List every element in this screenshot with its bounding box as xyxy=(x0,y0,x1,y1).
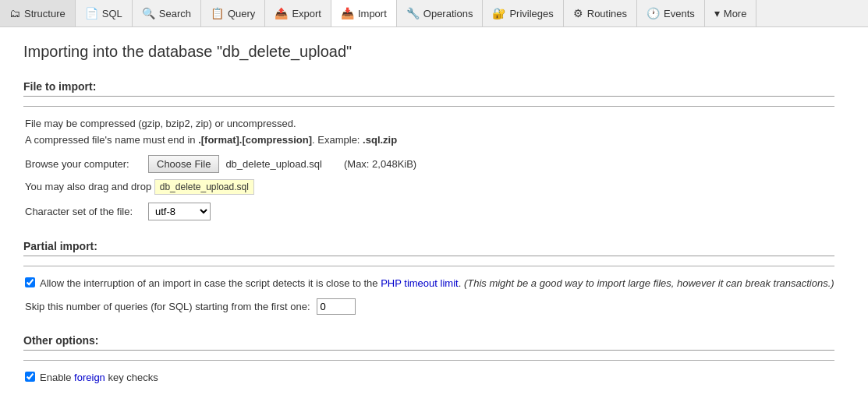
drag-drop-row: You may also drag and drop db_delete_upl… xyxy=(25,179,834,195)
nav-item-sql[interactable]: 📄 SQL xyxy=(76,0,133,26)
allow-interrupt-row: Allow the interruption of an import in c… xyxy=(25,276,834,291)
structure-icon: 🗂 xyxy=(9,7,20,19)
main-content: Importing into the database "db_delete_u… xyxy=(0,27,858,416)
drag-drop-prefix: You may also drag and drop xyxy=(25,181,151,192)
nav-label-import: Import xyxy=(358,8,387,19)
routines-icon: ⚙ xyxy=(573,7,583,19)
filename-hint-tooltip: db_delete_upload.sql xyxy=(154,179,254,195)
file-import-divider xyxy=(23,106,834,107)
partial-import-content: Allow the interruption of an import in c… xyxy=(23,276,834,316)
nav-item-query[interactable]: 📋 Query xyxy=(201,0,265,26)
nav-label-privileges: Privileges xyxy=(509,8,553,19)
other-options-divider xyxy=(23,360,834,361)
query-icon: 📋 xyxy=(211,7,224,19)
nav-label-more: More xyxy=(724,8,747,19)
compress-example: .sql.zip xyxy=(363,134,397,146)
foreign-key-row: Enable foreign key checks xyxy=(25,370,834,386)
nav-label-sql: SQL xyxy=(102,8,122,19)
choose-file-button[interactable]: Choose File xyxy=(148,155,219,173)
search-icon: 🔍 xyxy=(142,7,155,19)
compress-info: File may be compressed (gzip, bzip2, zip… xyxy=(25,116,834,149)
other-options-content: Enable foreign key checks xyxy=(23,370,834,386)
nav-label-structure: Structure xyxy=(24,8,66,19)
file-import-section: File to import: File may be compressed (… xyxy=(23,80,834,220)
nav-item-operations[interactable]: 🔧 Operations xyxy=(397,0,484,26)
events-icon: 🕐 xyxy=(647,7,660,19)
export-icon: 📤 xyxy=(275,7,288,19)
browse-row: Browse your computer: Choose File db_del… xyxy=(25,155,834,173)
charset-label: Character set of the file: xyxy=(25,206,142,217)
selected-file-display: db_delete_upload.sql xyxy=(225,158,322,170)
nav-item-privileges[interactable]: 🔐 Privileges xyxy=(483,0,563,26)
allow-interrupt-label: Allow the interruption of an import in c… xyxy=(40,276,834,291)
foreign-key-link: foreign xyxy=(74,372,105,383)
nav-item-more[interactable]: ▾ More xyxy=(705,0,757,26)
file-import-content: File may be compressed (gzip, bzip2, zip… xyxy=(23,116,834,220)
more-icon: ▾ xyxy=(714,7,720,19)
skip-queries-row: Skip this number of queries (for SQL) st… xyxy=(25,298,834,315)
php-timeout-link: PHP timeout limit xyxy=(381,277,458,289)
operations-icon: 🔧 xyxy=(406,7,420,19)
nav-item-export[interactable]: 📤 Export xyxy=(265,0,331,26)
nav-label-search: Search xyxy=(159,8,191,19)
nav-label-routines: Routines xyxy=(587,8,627,19)
other-options-section: Other options: Enable foreign key checks xyxy=(23,334,834,386)
nav-item-routines[interactable]: ⚙ Routines xyxy=(564,0,637,26)
nav-item-search[interactable]: 🔍 Search xyxy=(133,0,201,26)
nav-item-structure[interactable]: 🗂 Structure xyxy=(0,0,76,26)
import-icon: 📥 xyxy=(341,7,354,19)
browse-label: Browse your computer: xyxy=(25,158,142,170)
skip-queries-label: Skip this number of queries (for SQL) st… xyxy=(25,301,310,312)
foreign-key-label: Enable foreign key checks xyxy=(40,370,158,386)
compress-line2-suffix: . Example: xyxy=(312,134,363,146)
file-import-header: File to import: xyxy=(23,80,834,97)
charset-select[interactable]: utf-8 latin1 utf-16 ascii xyxy=(148,203,211,220)
allow-interrupt-note: (This might be a good way to import larg… xyxy=(464,277,834,289)
compress-line1: File may be compressed (gzip, bzip2, zip… xyxy=(25,116,834,132)
charset-row: Character set of the file: utf-8 latin1 … xyxy=(25,203,834,220)
max-size-display: (Max: 2,048KiB) xyxy=(344,158,416,170)
compress-line2: A compressed file's name must end in .[f… xyxy=(25,132,834,149)
nav-label-export: Export xyxy=(292,8,321,19)
partial-import-header: Partial import: xyxy=(23,240,834,256)
foreign-key-checkbox[interactable] xyxy=(25,372,35,382)
partial-import-divider xyxy=(23,266,834,266)
page-title: Importing into the database "db_delete_u… xyxy=(23,43,834,61)
sql-icon: 📄 xyxy=(85,7,98,19)
format-compression-text: .[format].[compression] xyxy=(198,134,312,146)
nav-label-operations: Operations xyxy=(423,8,473,19)
skip-queries-input[interactable] xyxy=(317,298,356,315)
nav-label-query: Query xyxy=(228,8,255,19)
privileges-icon: 🔐 xyxy=(492,7,505,19)
nav-item-import[interactable]: 📥 Import xyxy=(331,0,397,27)
partial-import-section: Partial import: Allow the interruption o… xyxy=(23,240,834,316)
nav-item-events[interactable]: 🕐 Events xyxy=(637,0,705,26)
nav-bar: 🗂 Structure 📄 SQL 🔍 Search 📋 Query 📤 Exp… xyxy=(0,0,868,27)
other-options-header: Other options: xyxy=(23,334,834,351)
allow-interrupt-checkbox[interactable] xyxy=(25,277,35,287)
nav-label-events: Events xyxy=(664,8,695,19)
